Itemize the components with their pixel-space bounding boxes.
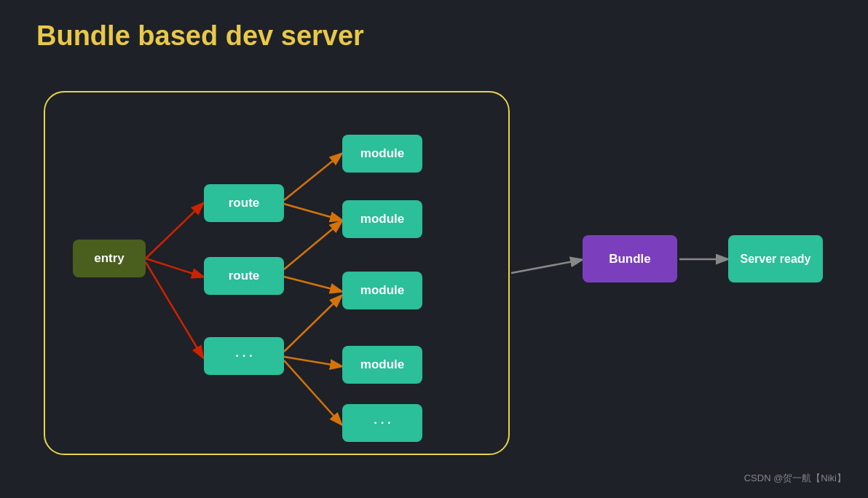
node-entry: entry (73, 240, 146, 277)
node-module1: module (342, 135, 422, 173)
node-route2: route (204, 257, 284, 295)
node-module4: module (342, 346, 422, 384)
node-module2: module (342, 200, 422, 238)
node-dots2: · · · (342, 404, 422, 442)
node-module3: module (342, 272, 422, 309)
node-route1: route (204, 184, 284, 222)
page-title: Bundle based dev server (36, 20, 364, 52)
diagram-area: entry route route · · · module module mo… (29, 76, 845, 473)
watermark: CSDN @贺一航【Niki】 (744, 472, 846, 485)
node-bundle: Bundle (583, 235, 677, 282)
node-server: Server ready (728, 235, 823, 282)
svg-line-10 (511, 260, 581, 273)
node-dots1: · · · (204, 337, 284, 375)
